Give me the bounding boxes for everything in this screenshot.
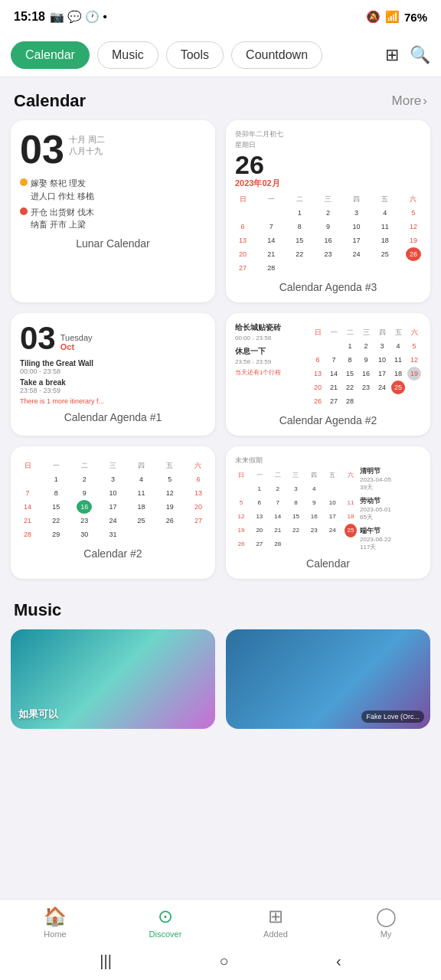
calendar-label: Calendar: [235, 557, 421, 570]
back-button[interactable]: ‹: [336, 952, 341, 970]
agenda1-month: Oct: [60, 342, 93, 351]
agenda2-events-col: 给长城贴瓷砖 00:00 - 23:58 休息一下 23:58 - 23:59 …: [235, 322, 308, 408]
calendar2-label: Calendar #2: [20, 547, 206, 560]
widget-grid-row2: 03 Tuesday Oct Tiling the Great Wall 00:…: [11, 313, 430, 436]
status-left: 15:18 📷 💬 🕐 •: [14, 10, 107, 24]
holiday-2-date: 2023-05-01: [360, 506, 421, 513]
agenda2-event2-time: 23:58 - 23:59: [235, 358, 308, 365]
holiday-2-days: 65天: [360, 513, 421, 521]
nav-home-label: Home: [44, 929, 66, 939]
music-card-1[interactable]: 如果可以: [11, 629, 215, 729]
nav-my[interactable]: ◯ My: [359, 906, 413, 939]
calendar-agenda1-widget[interactable]: 03 Tuesday Oct Tiling the Great Wall 00:…: [11, 313, 215, 436]
agenda3-content: 癸卯年二月初七 星期日 26 2023年02月 日 一 二 三 四 五 六: [235, 129, 421, 275]
cal-header-row: 日 一 二 三 四 五 六: [235, 192, 421, 206]
lunar-event-2: 开仓 出货财 伐木纳畜 开市 上梁: [20, 206, 206, 232]
calendar2-widget[interactable]: 日 一 二 三 四 五 六 1 2 3 4 5: [11, 446, 215, 579]
agenda1-content: 03 Tuesday Oct Tiling the Great Wall 00:…: [20, 322, 206, 405]
nav-added-label: Added: [263, 929, 288, 939]
nav-discover[interactable]: ⊙ Discover: [139, 906, 192, 939]
recent-apps-button[interactable]: |||: [100, 952, 112, 970]
holiday-3-date: 2023-06-22: [360, 536, 421, 543]
more-itinerary: There is 1 more itinerary f...: [20, 397, 206, 405]
added-icon: ⊞: [268, 906, 283, 927]
holiday-1-days: 39天: [360, 483, 421, 492]
status-time: 15:18: [14, 10, 45, 24]
upcoming-holidays-label: 未来假期: [235, 456, 357, 466]
holiday-3-days: 117天: [360, 543, 421, 551]
agenda1-date: 03: [20, 322, 56, 354]
holiday-1: 清明节 2023-04-05 39天: [360, 466, 421, 492]
system-nav: ||| ○ ‹: [0, 942, 441, 980]
agenda2-note: 当天还有1个行程: [235, 368, 308, 377]
lunar-widget-content: 03 十月 周二 八月十九 嫁娶 祭祀 理发进人口 作灶 移桅 开仓 出货财 伐…: [20, 129, 206, 231]
nav-icons: ⊞ 🔍: [385, 45, 430, 65]
lunar-event-text-1: 嫁娶 祭祀 理发进人口 作灶 移桅: [31, 177, 94, 203]
lunar-calendar-widget[interactable]: 03 十月 周二 八月十九 嫁娶 祭祀 理发进人口 作灶 移桅 开仓 出货财 伐…: [11, 120, 215, 302]
lunar-date: 03: [20, 129, 64, 169]
holiday-3-name: 端午节: [360, 526, 421, 536]
event1-time: 00:00 - 23:58: [20, 368, 206, 375]
lunar-events: 嫁娶 祭祀 理发进人口 作灶 移桅 开仓 出货财 伐木纳畜 开市 上梁: [20, 177, 206, 231]
top-nav: Calendar Music Tools Countdown ⊞ 🔍: [0, 34, 441, 77]
event-dot-red: [20, 207, 28, 215]
agenda2-event1: 给长城贴瓷砖: [235, 322, 308, 333]
discover-icon: ⊙: [158, 906, 173, 927]
bottom-nav: 🏠 Home ⊙ Discover ⊞ Added ◯ My: [0, 899, 441, 942]
agenda2-mini-cal: 日 一 二 三 四 五 六 1: [311, 322, 421, 408]
agenda2-label: Calendar Agenda #2: [235, 414, 421, 426]
my-icon: ◯: [376, 906, 397, 927]
music-section-title: Music: [14, 600, 61, 620]
nav-added[interactable]: ⊞ Added: [249, 906, 302, 939]
tab-countdown[interactable]: Countdown: [231, 41, 322, 69]
event2-time: 23:58 - 23:59: [20, 387, 206, 394]
agenda3-label: Calendar Agenda #3: [235, 281, 421, 293]
home-icon: 🏠: [44, 906, 67, 927]
event2-title: Take a break: [20, 378, 206, 387]
battery-label: 76%: [404, 11, 427, 24]
lunar-lunar-date: 八月十九: [69, 145, 105, 157]
lunar-week: 十月 周二: [69, 134, 105, 145]
holidays-list: 清明节 2023-04-05 39天 劳动节 2023-05-01 65天 端午…: [360, 456, 421, 551]
event1-title: Tiling the Great Wall: [20, 359, 206, 368]
agenda3-lunar-header: 癸卯年二月初七: [235, 129, 421, 139]
nav-home[interactable]: 🏠 Home: [28, 906, 82, 939]
agenda3-date: 26: [235, 152, 421, 178]
tab-calendar[interactable]: Calendar: [11, 41, 90, 69]
calendar-section-title: Calendar: [14, 91, 86, 111]
status-right: 🔕 📶 76%: [366, 10, 427, 24]
status-bar: 15:18 📷 💬 🕐 • 🔕 📶 76%: [0, 0, 441, 34]
lunar-event-1: 嫁娶 祭祀 理发进人口 作灶 移桅: [20, 177, 206, 203]
calendar-holiday-content: 未来假期 日 一 二 三 四 五 六: [235, 456, 421, 551]
agenda3-month: 2023年02月: [235, 178, 421, 189]
agenda1-label: Calendar Agenda #1: [20, 411, 206, 423]
holiday-2-name: 劳动节: [360, 496, 421, 506]
agenda1-dayofweek: Tuesday: [60, 333, 93, 342]
nav-discover-label: Discover: [149, 929, 182, 939]
grid-icon[interactable]: ⊞: [385, 45, 399, 65]
main-content: Calendar More › 03 十月 周二 八月十九 嫁: [0, 77, 441, 851]
calendar-section-header: Calendar More ›: [11, 77, 430, 120]
more-button[interactable]: More ›: [392, 93, 427, 109]
chevron-right-icon: ›: [423, 93, 427, 109]
status-icons: 📷 💬 🕐 •: [50, 10, 107, 24]
holiday-2: 劳动节 2023-05-01 65天: [360, 496, 421, 521]
search-icon[interactable]: 🔍: [410, 45, 430, 65]
agenda3-weekday: 星期日: [235, 140, 421, 150]
mute-icon: 🔕: [366, 10, 381, 24]
calendar-agenda2-widget[interactable]: 给长城贴瓷砖 00:00 - 23:58 休息一下 23:58 - 23:59 …: [226, 313, 430, 436]
music-card-2[interactable]: Fake Love (Orc...: [226, 629, 430, 729]
holiday-1-date: 2023-04-05: [360, 476, 421, 483]
calendar-holiday-widget[interactable]: 未来假期 日 一 二 三 四 五 六: [226, 446, 430, 579]
tab-tools[interactable]: Tools: [166, 41, 224, 69]
lunar-calendar-label: Lunar Calendar: [20, 237, 206, 250]
calendar2-content: 日 一 二 三 四 五 六 1 2 3 4 5: [20, 459, 206, 541]
tab-music[interactable]: Music: [97, 41, 158, 69]
nav-my-label: My: [381, 929, 392, 939]
holiday-1-name: 清明节: [360, 466, 421, 476]
calendar-agenda3-widget[interactable]: 癸卯年二月初七 星期日 26 2023年02月 日 一 二 三 四 五 六: [226, 120, 430, 302]
music-card-1-title: 如果可以: [18, 707, 207, 721]
home-button[interactable]: ○: [219, 952, 228, 970]
music-section-header: Music: [11, 586, 430, 629]
agenda2-layout: 给长城贴瓷砖 00:00 - 23:58 休息一下 23:58 - 23:59 …: [235, 322, 421, 408]
